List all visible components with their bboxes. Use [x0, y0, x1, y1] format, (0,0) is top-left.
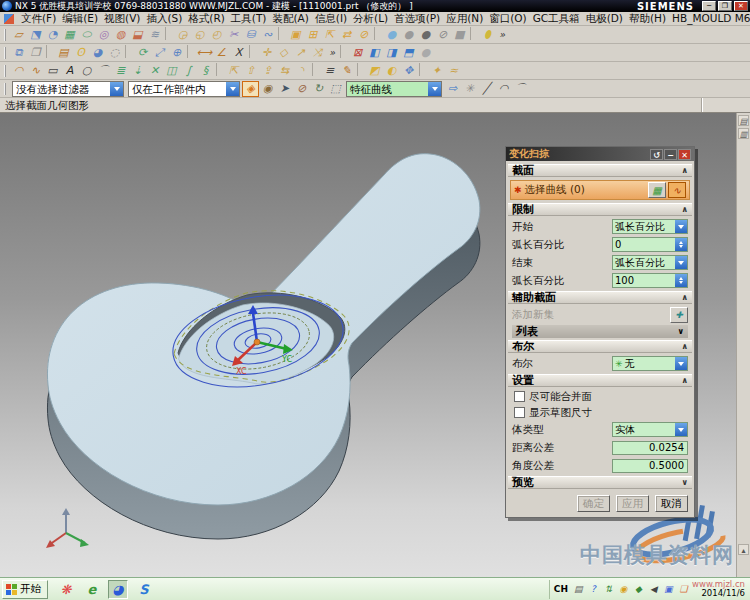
- dropdown-arrow-icon[interactable]: [226, 82, 239, 96]
- part-navigator-icon[interactable]: ▥: [738, 128, 749, 139]
- dropdown-arrow-icon[interactable]: [675, 357, 687, 370]
- layer-settings-icon[interactable]: ▤: [55, 45, 72, 61]
- spinner-arrows-icon[interactable]: [675, 238, 687, 251]
- menu-item[interactable]: GC工具箱: [530, 12, 583, 26]
- sep[interactable]: [187, 45, 194, 58]
- menu-item[interactable]: 帮助(H): [626, 12, 669, 26]
- aux-sections-group-header[interactable]: 辅助截面 ∧: [508, 291, 692, 304]
- sketch-icon[interactable]: ▱: [10, 27, 27, 43]
- help-icon[interactable]: ?: [587, 583, 600, 596]
- boolean-group-header[interactable]: 布尔 ∧: [508, 340, 692, 353]
- menu-item[interactable]: 视图(V): [101, 12, 143, 26]
- section-group-header[interactable]: 截面 ∧: [508, 164, 692, 177]
- dropdown-arrow-icon[interactable]: [428, 82, 441, 96]
- curve-analysis-icon[interactable]: ✦: [428, 63, 445, 79]
- merge-faces-checkbox[interactable]: [514, 391, 525, 402]
- extrude-icon[interactable]: ⬔: [27, 27, 44, 43]
- thicken-icon[interactable]: ⛁: [242, 27, 259, 43]
- collapse-chevron-icon[interactable]: ∧: [682, 376, 689, 385]
- toolbar-grip[interactable]: [4, 29, 7, 41]
- wcs-display-icon[interactable]: ✥: [400, 63, 417, 79]
- network-icon[interactable]: ▣: [662, 583, 675, 596]
- apply-button[interactable]: 应用: [616, 495, 649, 512]
- messenger-icon[interactable]: ❑: [677, 583, 690, 596]
- overflow-chevron-icon[interactable]: »: [496, 27, 508, 43]
- dropdown-arrow-icon[interactable]: [110, 82, 123, 96]
- arc-rule-icon[interactable]: ◠: [495, 81, 512, 97]
- material-icon[interactable]: ⬮: [479, 27, 496, 43]
- rib-icon[interactable]: ≋: [146, 27, 163, 43]
- assembly-navigator-icon[interactable]: ▤: [738, 115, 749, 126]
- edit-positioning-icon[interactable]: ⊞: [304, 27, 321, 43]
- intersection-curve-icon[interactable]: ✕: [146, 63, 163, 79]
- dropdown-arrow-icon[interactable]: [675, 220, 687, 233]
- select-curve-row[interactable]: ✱ 选择曲线 (0) ▦ ∿: [510, 180, 690, 200]
- studio-spline-icon[interactable]: ∿: [27, 63, 44, 79]
- hand-rotate-icon[interactable]: ↻: [310, 81, 327, 97]
- profile-curve-icon[interactable]: ◠: [10, 63, 27, 79]
- menu-item[interactable]: 首选项(P): [391, 12, 443, 26]
- edit-feature-params-icon[interactable]: ▣: [287, 27, 304, 43]
- restore-button[interactable]: ❐: [718, 1, 732, 11]
- dialog-reset-button[interactable]: ↺: [650, 149, 663, 160]
- vector-icon[interactable]: ↗: [292, 45, 309, 61]
- curve-select-icon[interactable]: ∿: [668, 182, 686, 198]
- toolbar-grip[interactable]: [4, 47, 7, 59]
- collapse-chevron-icon[interactable]: ∧: [682, 205, 689, 214]
- end-arc-pct-spinner[interactable]: 100: [612, 273, 688, 288]
- menu-item[interactable]: 编辑(E): [59, 12, 101, 26]
- shaded-view-icon[interactable]: ◕: [89, 45, 106, 61]
- angle-tolerance-field[interactable]: 0.5000: [612, 459, 688, 473]
- line-rule-icon[interactable]: ╱: [478, 81, 495, 97]
- expand-chevron-icon[interactable]: ∨: [682, 478, 689, 487]
- move-feature-icon[interactable]: ⇱: [321, 27, 338, 43]
- move-face-icon[interactable]: ⇱: [225, 63, 242, 79]
- expand-chevron-icon[interactable]: ∨: [678, 327, 685, 336]
- browser-launcher-icon[interactable]: e: [82, 580, 102, 599]
- dialog-close-button[interactable]: ✕: [678, 149, 691, 160]
- offset-curve-icon[interactable]: ≣: [112, 63, 129, 79]
- dropdown-arrow-icon[interactable]: [675, 256, 687, 269]
- menu-item[interactable]: 应用(N): [443, 12, 486, 26]
- close-button[interactable]: ✕: [734, 1, 748, 11]
- shaded-ball-icon[interactable]: ●: [383, 27, 400, 43]
- replace-feature-icon[interactable]: ⇄: [338, 27, 355, 43]
- clock[interactable]: www.mjzl.cn 2014/11/6: [690, 580, 748, 598]
- trim-body-icon[interactable]: ✂: [225, 27, 242, 43]
- bulb-icon[interactable]: ʘ: [72, 45, 89, 61]
- sep[interactable]: [419, 63, 426, 76]
- helix-icon[interactable]: §: [197, 63, 214, 79]
- sep[interactable]: [312, 63, 319, 76]
- deviation-gauge-icon[interactable]: ≈: [445, 63, 462, 79]
- sogou-launcher-icon[interactable]: S: [134, 580, 154, 599]
- zoom-icon[interactable]: ⊕: [168, 45, 185, 61]
- language-indicator[interactable]: CH: [554, 584, 568, 594]
- gray-box-icon[interactable]: ■: [451, 27, 468, 43]
- menu-item[interactable]: 文件(F): [18, 12, 59, 26]
- toolbar-grip[interactable]: [4, 83, 7, 95]
- menu-item[interactable]: HB_MOULD M6.6: [669, 12, 750, 26]
- end-type-combo[interactable]: 弧长百分比: [612, 255, 688, 270]
- hole-icon[interactable]: ◎: [95, 27, 112, 43]
- sketch-curve-icon[interactable]: ✎: [338, 63, 355, 79]
- select-arrow-icon[interactable]: ➤: [276, 81, 293, 97]
- asterisk-icon[interactable]: ✳: [461, 81, 478, 97]
- list-info-icon[interactable]: ≡: [321, 63, 338, 79]
- menu-item[interactable]: 信息(I): [312, 12, 350, 26]
- minimize-button[interactable]: ─: [702, 1, 716, 11]
- circle-icon[interactable]: ○: [78, 63, 95, 79]
- printer-icon[interactable]: ▤: [572, 583, 585, 596]
- menu-item[interactable]: 电极(D): [583, 12, 626, 26]
- sep[interactable]: [470, 27, 477, 40]
- subtract-icon[interactable]: ◵: [191, 27, 208, 43]
- distance-tolerance-field[interactable]: 0.0254: [612, 441, 688, 455]
- unite-icon[interactable]: ◶: [174, 27, 191, 43]
- menu-item[interactable]: 窗口(O): [486, 12, 529, 26]
- sew-icon[interactable]: ∾: [259, 27, 276, 43]
- replace-face-icon[interactable]: ⇆: [276, 63, 293, 79]
- intersect-icon[interactable]: ◴: [208, 27, 225, 43]
- apply-rule-icon[interactable]: ⇨: [444, 81, 461, 97]
- sphere-display-icon[interactable]: ●: [417, 45, 434, 61]
- offset-region-icon[interactable]: ⇪: [259, 63, 276, 79]
- show-sketch-dims-checkbox[interactable]: [514, 407, 525, 418]
